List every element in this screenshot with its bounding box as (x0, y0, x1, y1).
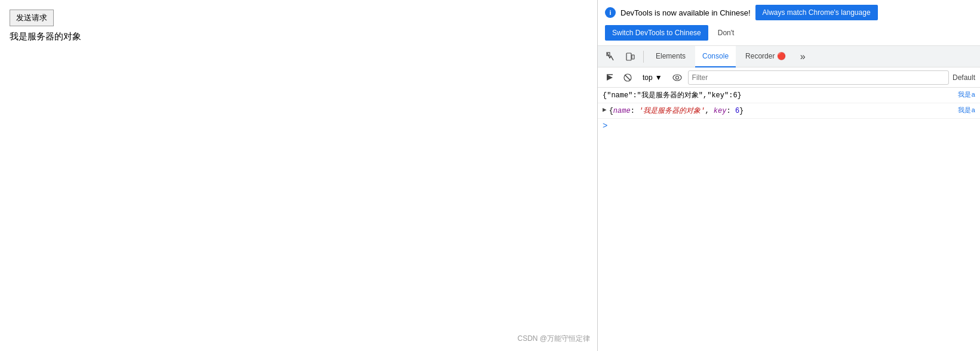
clear-console-icon[interactable] (620, 70, 635, 85)
expand-arrow-icon[interactable]: ▶ (603, 106, 607, 113)
devtools-panel: i DevTools is now available in Chinese! … (597, 0, 980, 351)
dropdown-arrow-icon: ▼ (655, 73, 662, 82)
svg-rect-1 (626, 53, 631, 60)
obj-comma: , (705, 107, 713, 115)
console-prompt-line[interactable]: > (598, 119, 980, 133)
svg-rect-2 (632, 55, 634, 59)
device-icon[interactable] (622, 48, 638, 65)
tabs-bar: Elements Console Recorder 🔴 » (598, 46, 980, 67)
execute-context-icon[interactable] (603, 70, 617, 85)
console-json-text: {"name":"我是服务器的对象","key":6} (603, 90, 953, 100)
context-selector[interactable]: top ▼ (638, 72, 666, 84)
dont-button[interactable]: Don't (713, 25, 739, 41)
watermark: CSDN @万能守恒定律 (517, 334, 590, 344)
console-toolbar: top ▼ Default (598, 67, 980, 88)
prompt-arrow-icon: > (603, 121, 607, 131)
info-icon: i (605, 7, 616, 18)
switch-devtools-button[interactable]: Switch DevTools to Chinese (605, 25, 708, 41)
obj-close-brace: } (739, 107, 744, 115)
webpage-panel: 发送请求 我是服务器的对象 CSDN @万能守恒定律 (0, 0, 597, 351)
obj-value-key: 6 (735, 107, 739, 115)
obj-colon-1: : (631, 107, 639, 115)
tab-console[interactable]: Console (695, 46, 736, 67)
default-levels-label: Default (953, 73, 975, 82)
console-line: ▶ {name: '我是服务器的对象', key: 6} 我是a (598, 103, 980, 119)
response-text: 我是服务器的对象 (10, 31, 588, 42)
console-source-0[interactable]: 我是a (953, 90, 975, 99)
inspector-icon[interactable] (603, 48, 619, 65)
console-output: {"name":"我是服务器的对象","key":6} 我是a ▶ {name:… (598, 88, 980, 351)
match-language-button[interactable]: Always match Chrome's language (755, 5, 878, 20)
tab-elements[interactable]: Elements (649, 46, 693, 67)
more-tabs-button[interactable]: » (795, 49, 810, 64)
obj-key-name: name (613, 107, 631, 115)
console-source-1[interactable]: 我是a (953, 106, 975, 115)
console-line: {"name":"我是服务器的对象","key":6} 我是a (598, 88, 980, 103)
svg-point-7 (673, 75, 681, 81)
send-request-button[interactable]: 发送请求 (10, 10, 54, 26)
obj-open-brace: { (609, 107, 613, 115)
context-value: top (643, 73, 653, 82)
live-expressions-icon[interactable] (670, 70, 684, 85)
console-obj-text: {name: '我是服务器的对象', key: 6} (609, 106, 954, 116)
svg-point-8 (675, 76, 678, 79)
filter-input[interactable] (688, 70, 949, 85)
tab-separator (643, 51, 644, 63)
notification-message: DevTools is now available in Chinese! (620, 8, 751, 17)
svg-marker-3 (607, 75, 613, 81)
notification-bar: i DevTools is now available in Chinese! … (598, 0, 980, 46)
svg-line-6 (625, 75, 631, 80)
obj-colon-2: : (726, 107, 735, 115)
tab-recorder[interactable]: Recorder 🔴 (738, 46, 793, 67)
obj-value-name: '我是服务器的对象' (639, 107, 705, 115)
obj-key-key: key (714, 107, 727, 115)
